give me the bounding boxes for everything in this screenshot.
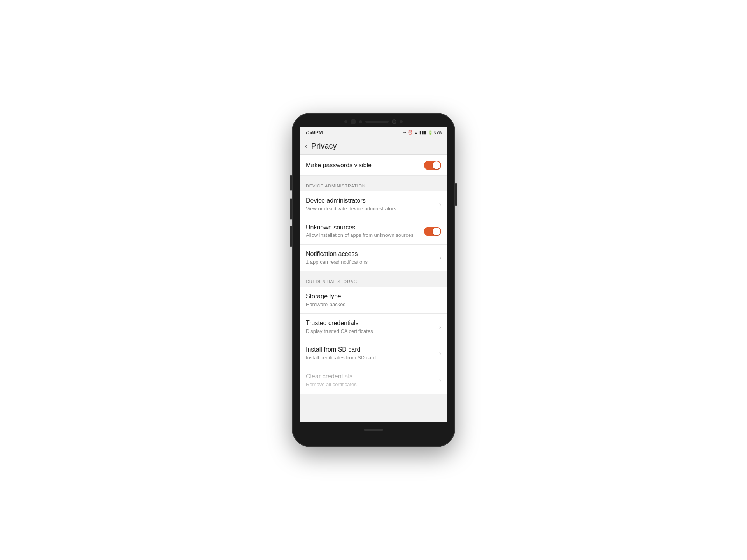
iris-scanner	[392, 119, 396, 124]
setting-title: Unknown sources	[306, 224, 424, 232]
setting-title: Notification access	[306, 250, 436, 258]
setting-subtitle: Remove all certificates	[306, 382, 436, 388]
phone-screen: 7:59PM ··· ⏰ ▲ ▮▮▮ 🔋 89% ‹ Privacy Make …	[300, 127, 447, 422]
settings-content[interactable]: Make passwords visible DEVICE ADMINISTRA…	[300, 155, 447, 422]
sensor-dot-1	[344, 120, 347, 123]
setting-title: Clear credentials	[306, 373, 436, 381]
section-header-label: DEVICE ADMINISTRATION	[306, 184, 366, 188]
section-header-label: CREDENTIAL STORAGE	[306, 279, 360, 284]
alarm-icon: ⏰	[408, 130, 412, 135]
phone-device: 7:59PM ··· ⏰ ▲ ▮▮▮ 🔋 89% ‹ Privacy Make …	[292, 113, 455, 447]
power-button[interactable]	[455, 183, 457, 206]
chevron-icon: ›	[439, 324, 441, 331]
setting-item-device-administrators[interactable]: Device administrators View or deactivate…	[300, 191, 447, 218]
setting-item-trusted-credentials[interactable]: Trusted credentials Display trusted CA c…	[300, 314, 447, 341]
page-title: Privacy	[311, 142, 337, 150]
status-bar: 7:59PM ··· ⏰ ▲ ▮▮▮ 🔋 89%	[300, 127, 447, 138]
setting-item-install-from-sd[interactable]: Install from SD card Install certificate…	[300, 340, 447, 367]
chevron-icon: ›	[439, 201, 441, 208]
setting-item-make-passwords-visible[interactable]: Make passwords visible	[300, 155, 447, 176]
setting-subtitle: Display trusted CA certificates	[306, 328, 436, 335]
sensor-dot-3	[400, 120, 403, 123]
phone-bottom-bar	[292, 422, 455, 436]
toggle-make-passwords-visible[interactable]	[424, 161, 441, 170]
phone-top-bar	[292, 113, 455, 127]
front-camera	[351, 119, 356, 124]
setting-item-storage-type[interactable]: Storage type Hardware-backed	[300, 287, 447, 314]
setting-text: Storage type Hardware-backed	[306, 292, 441, 308]
toggle-thumb	[433, 161, 440, 169]
setting-title: Storage type	[306, 292, 441, 301]
setting-subtitle: View or deactivate device administrators	[306, 206, 436, 212]
volume-down-button[interactable]	[290, 198, 292, 220]
toggle-thumb	[433, 228, 440, 235]
signal-icon: ▮▮▮	[419, 130, 426, 135]
section-header-credential-storage: CREDENTIAL STORAGE	[300, 271, 447, 287]
setting-text: Install from SD card Install certificate…	[306, 346, 436, 361]
setting-title: Trusted credentials	[306, 319, 436, 327]
setting-subtitle: Hardware-backed	[306, 301, 441, 308]
bixby-button[interactable]	[290, 226, 292, 247]
setting-text: Notification access 1 app can read notif…	[306, 250, 436, 266]
setting-text: Clear credentials Remove all certificate…	[306, 373, 436, 388]
setting-title: Install from SD card	[306, 346, 436, 354]
top-navigation: ‹ Privacy	[300, 138, 447, 155]
sensor-dot-2	[359, 120, 362, 123]
battery-percent: 89%	[434, 130, 442, 135]
toggle-unknown-sources[interactable]	[424, 227, 441, 236]
volume-up-button[interactable]	[290, 175, 292, 191]
back-button[interactable]: ‹	[305, 142, 307, 150]
home-indicator	[364, 429, 383, 430]
setting-text: Make passwords visible	[306, 161, 424, 170]
setting-item-notification-access[interactable]: Notification access 1 app can read notif…	[300, 245, 447, 271]
chevron-icon: ›	[439, 350, 441, 357]
setting-title: Make passwords visible	[306, 161, 424, 170]
wifi-icon: ▲	[414, 130, 418, 135]
chevron-icon: ›	[439, 377, 441, 384]
section-header-device-admin: DEVICE ADMINISTRATION	[300, 176, 447, 191]
battery-icon: 🔋	[428, 130, 433, 135]
status-icons: ··· ⏰ ▲ ▮▮▮ 🔋 89%	[403, 130, 442, 135]
notification-icons: ···	[403, 130, 406, 135]
chevron-icon: ›	[439, 254, 441, 261]
setting-title: Device administrators	[306, 197, 436, 205]
setting-subtitle: Install certificates from SD card	[306, 355, 436, 361]
setting-subtitle: 1 app can read notifications	[306, 259, 436, 266]
setting-text: Unknown sources Allow installation of ap…	[306, 224, 424, 239]
setting-text: Device administrators View or deactivate…	[306, 197, 436, 212]
setting-subtitle: Allow installation of apps from unknown …	[306, 232, 424, 239]
setting-item-unknown-sources[interactable]: Unknown sources Allow installation of ap…	[300, 218, 447, 245]
setting-text: Trusted credentials Display trusted CA c…	[306, 319, 436, 335]
setting-item-clear-credentials[interactable]: Clear credentials Remove all certificate…	[300, 367, 447, 394]
status-time: 7:59PM	[305, 130, 323, 135]
speaker-grille	[365, 121, 389, 123]
